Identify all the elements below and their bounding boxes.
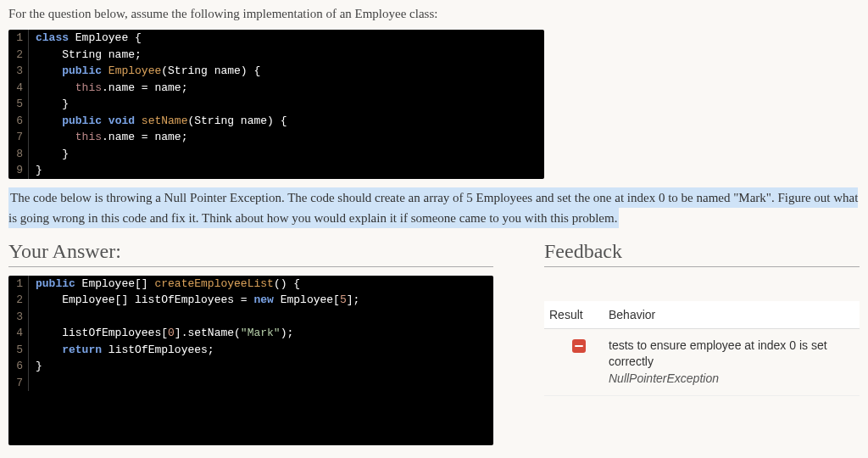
feedback-exception: NullPointerException (609, 371, 854, 388)
feedback-result-cell (549, 338, 609, 353)
line-content: this.name = name; (29, 80, 187, 97)
line-content: return listOfEmployees; (29, 342, 214, 359)
code-line: 6 public void setName(String name) { (8, 113, 544, 130)
question-intro: For the question below, assume the follo… (8, 7, 860, 21)
feedback-behavior-cell: tests to ensure employee at index 0 is s… (609, 338, 854, 388)
line-content: String name; (29, 47, 142, 64)
feedback-col-behavior: Behavior (609, 308, 854, 321)
line-content: public Employee[] createEmployeeList() { (29, 276, 300, 293)
code-line: 5 } (8, 96, 544, 113)
line-number: 2 (8, 292, 29, 309)
line-content: Employee[] listOfEmployees = new Employe… (29, 292, 359, 309)
feedback-behavior-text: tests to ensure employee at index 0 is s… (609, 338, 827, 369)
code-line: 5 return listOfEmployees; (8, 342, 493, 359)
line-content: } (29, 162, 42, 179)
given-code-block: 1class Employee {2 String name;3 public … (8, 30, 544, 179)
feedback-row: tests to ensure employee at index 0 is s… (544, 329, 860, 397)
line-number: 6 (8, 113, 29, 130)
line-content: listOfEmployees[0].setName("Mark"); (29, 325, 293, 342)
line-number: 4 (8, 325, 29, 342)
line-content: public Employee(String name) { (29, 63, 260, 80)
line-number: 3 (8, 63, 29, 80)
line-number: 4 (8, 80, 29, 97)
code-line: 1class Employee { (8, 30, 544, 47)
line-content (29, 375, 36, 392)
code-line: 3 public Employee(String name) { (8, 63, 544, 80)
code-line: 2 Employee[] listOfEmployees = new Emplo… (8, 292, 493, 309)
code-line: 7 (8, 375, 493, 392)
feedback-table-header: Result Behavior (544, 301, 860, 329)
line-number: 7 (8, 129, 29, 146)
answer-code-editor[interactable]: 1public Employee[] createEmployeeList() … (8, 276, 493, 445)
code-line: 4 listOfEmployees[0].setName("Mark"); (8, 325, 493, 342)
line-content: } (29, 146, 69, 163)
code-line: 2 String name; (8, 47, 544, 64)
line-content: } (29, 96, 69, 113)
line-content: this.name = name; (29, 129, 187, 146)
code-line: 3 (8, 309, 493, 326)
line-content: public void setName(String name) { (29, 113, 287, 130)
feedback-heading: Feedback (544, 240, 860, 267)
line-number: 5 (8, 342, 29, 359)
question-prompt-text: The code below is throwing a Null Pointe… (8, 187, 858, 228)
feedback-col-result: Result (549, 308, 609, 321)
question-prompt: The code below is throwing a Null Pointe… (8, 187, 860, 228)
line-number: 8 (8, 146, 29, 163)
line-number: 7 (8, 375, 29, 392)
your-answer-heading: Your Answer: (8, 240, 493, 267)
line-number: 2 (8, 47, 29, 64)
code-line: 4 this.name = name; (8, 80, 544, 97)
code-line: 9} (8, 162, 544, 179)
code-line: 1public Employee[] createEmployeeList() … (8, 276, 493, 293)
line-number: 3 (8, 309, 29, 326)
code-line: 7 this.name = name; (8, 129, 544, 146)
line-number: 1 (8, 30, 29, 47)
code-line: 6} (8, 358, 493, 375)
feedback-table: Result Behavior tests to ensure employee… (544, 301, 860, 397)
code-line: 8 } (8, 146, 544, 163)
fail-icon (572, 339, 586, 353)
line-number: 6 (8, 358, 29, 375)
line-content: } (29, 358, 42, 375)
line-content (29, 309, 36, 326)
line-number: 5 (8, 96, 29, 113)
line-number: 9 (8, 162, 29, 179)
line-number: 1 (8, 276, 29, 293)
line-content: class Employee { (29, 30, 142, 47)
